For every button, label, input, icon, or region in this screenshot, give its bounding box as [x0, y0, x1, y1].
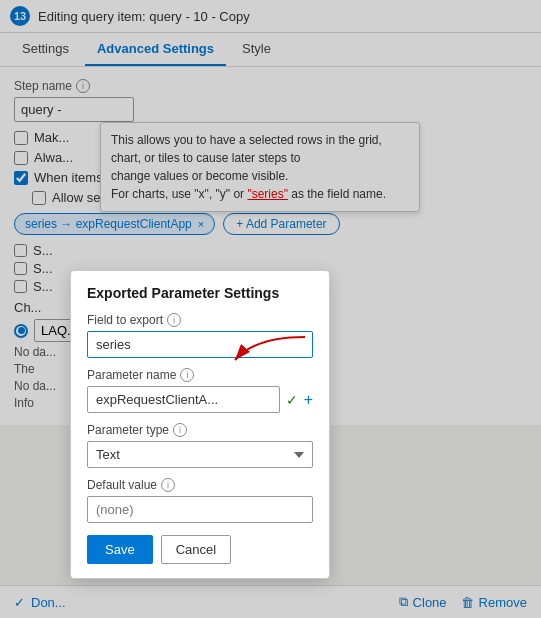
param-name-row: ✓ +: [87, 386, 313, 413]
modal-title: Exported Parameter Settings: [87, 285, 313, 301]
modal-buttons: Save Cancel: [87, 535, 313, 564]
param-name-label: Parameter name i: [87, 368, 313, 382]
field-to-export-input[interactable]: [87, 331, 313, 358]
param-name-info-icon[interactable]: i: [180, 368, 194, 382]
param-name-plus-icon[interactable]: +: [304, 391, 313, 409]
field-to-export-info-icon[interactable]: i: [167, 313, 181, 327]
param-name-check-icon: ✓: [286, 392, 298, 408]
param-name-input[interactable]: [87, 386, 280, 413]
param-type-select[interactable]: Text Number Date Boolean: [87, 441, 313, 468]
cancel-button[interactable]: Cancel: [161, 535, 231, 564]
field-to-export-label: Field to export i: [87, 313, 313, 327]
save-button[interactable]: Save: [87, 535, 153, 564]
param-type-label: Parameter type i: [87, 423, 313, 437]
default-value-input[interactable]: [87, 496, 313, 523]
param-type-info-icon[interactable]: i: [173, 423, 187, 437]
param-type-row: Parameter type i Text Number Date Boolea…: [87, 423, 313, 468]
exported-parameter-settings-modal: Exported Parameter Settings Field to exp…: [70, 270, 330, 579]
default-value-info-icon[interactable]: i: [161, 478, 175, 492]
default-value-label: Default value i: [87, 478, 313, 492]
